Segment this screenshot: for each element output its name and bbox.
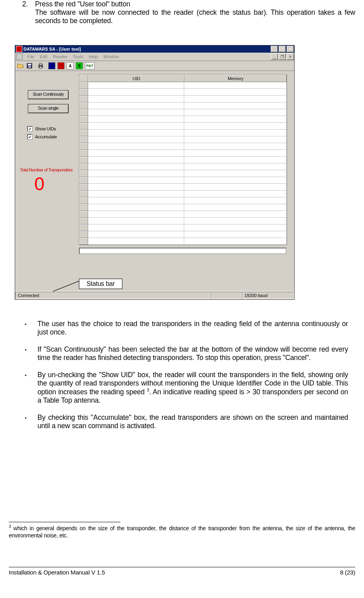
cell-uid[interactable] [88,82,184,89]
cell-uid[interactable] [88,211,184,218]
cell-uid[interactable] [88,218,184,224]
cell-uid[interactable] [88,136,184,143]
cell-uid[interactable] [88,191,184,197]
cell-memory[interactable] [184,231,287,238]
cell-uid[interactable] [88,184,184,191]
cell-memory[interactable] [184,218,287,224]
menu-window[interactable]: Window [100,53,122,60]
menu-file[interactable]: File [24,53,37,60]
table-row[interactable] [79,238,287,245]
cell-memory[interactable] [184,211,287,218]
cell-uid[interactable] [88,143,184,150]
table-row[interactable] [79,136,287,143]
maximize-button[interactable]: □ [279,46,286,52]
cell-memory[interactable] [184,116,287,123]
menu-tools[interactable]: Tools [70,53,86,60]
data-grid[interactable]: UID Memory [79,74,287,245]
table-row[interactable] [79,191,287,197]
cell-memory[interactable] [184,177,287,184]
cell-memory[interactable] [184,130,287,136]
column-memory[interactable]: Memory [185,75,287,82]
column-uid[interactable]: UID [88,75,185,82]
table-row[interactable] [79,123,287,130]
cell-uid[interactable] [88,238,184,245]
table-row[interactable] [79,204,287,211]
cell-uid[interactable] [88,89,184,96]
show-uids-checkbox[interactable]: ✓ Show UIDs [27,126,78,132]
cell-uid[interactable] [88,102,184,109]
table-row[interactable] [79,211,287,218]
cell-uid[interactable] [88,177,184,184]
table-row[interactable] [79,89,287,96]
cell-memory[interactable] [184,184,287,191]
table-row[interactable] [79,231,287,238]
cell-uid[interactable] [88,157,184,163]
menu-help[interactable]: Help [86,53,100,60]
print-icon[interactable] [36,61,45,70]
cell-uid[interactable] [88,163,184,170]
cell-memory[interactable] [184,102,287,109]
table-row[interactable] [79,224,287,231]
cell-memory[interactable] [184,82,287,89]
cell-uid[interactable] [88,170,184,177]
cell-memory[interactable] [184,238,287,245]
open-icon[interactable] [16,61,25,70]
cell-memory[interactable] [184,163,287,170]
cell-uid[interactable] [88,116,184,123]
table-row[interactable] [79,163,287,170]
table-row[interactable] [79,82,287,89]
table-row[interactable] [79,143,287,150]
mdi-restore-button[interactable]: ❐ [279,53,286,60]
toolbar-a-button[interactable]: A [66,61,75,70]
cell-uid[interactable] [88,231,184,238]
save-icon[interactable] [25,61,34,70]
cell-memory[interactable] [184,143,287,150]
table-row[interactable] [79,96,287,102]
table-row[interactable] [79,157,287,163]
cell-memory[interactable] [184,197,287,204]
table-row[interactable] [79,109,287,116]
table-row[interactable] [79,170,287,177]
cell-memory[interactable] [184,170,287,177]
mdi-icon[interactable] [16,53,23,60]
cell-memory[interactable] [184,136,287,143]
cell-uid[interactable] [88,150,184,157]
toolbar-s-button[interactable]: S [75,61,84,70]
cell-uid[interactable] [88,96,184,102]
table-row[interactable] [79,177,287,184]
cell-memory[interactable] [184,96,287,102]
cell-memory[interactable] [184,89,287,96]
toolbar-pt-button[interactable]: P&T [84,61,95,70]
cell-memory[interactable] [184,224,287,231]
cell-memory[interactable] [184,150,287,157]
toolbar-red-button[interactable] [57,61,65,70]
table-row[interactable] [79,197,287,204]
cell-memory[interactable] [184,191,287,197]
menu-reader[interactable]: Reader [50,53,70,60]
cell-uid[interactable] [88,109,184,116]
cell-memory[interactable] [184,157,287,163]
scan-single-button[interactable]: Scan single [28,104,69,113]
table-row[interactable] [79,130,287,136]
cell-uid[interactable] [88,130,184,136]
cell-uid[interactable] [88,197,184,204]
accumulate-checkbox[interactable]: ✓ Accumulate [27,134,78,140]
scan-continuously-button[interactable]: Scan Continously [28,90,69,99]
table-row[interactable] [79,184,287,191]
mdi-close-button[interactable]: × [287,53,294,60]
table-row[interactable] [79,218,287,224]
toolbar-blue-button[interactable] [47,61,56,70]
table-row[interactable] [79,102,287,109]
minimize-button[interactable]: _ [271,46,278,52]
cell-uid[interactable] [88,224,184,231]
cell-memory[interactable] [184,204,287,211]
cell-memory[interactable] [184,109,287,116]
table-row[interactable] [79,116,287,123]
cell-memory[interactable] [184,123,287,130]
mdi-minimize-button[interactable]: _ [271,53,278,60]
menu-edit[interactable]: Edit [37,53,50,60]
close-button[interactable]: × [287,46,294,52]
cell-uid[interactable] [88,123,184,130]
table-row[interactable] [79,150,287,157]
cell-uid[interactable] [88,204,184,211]
